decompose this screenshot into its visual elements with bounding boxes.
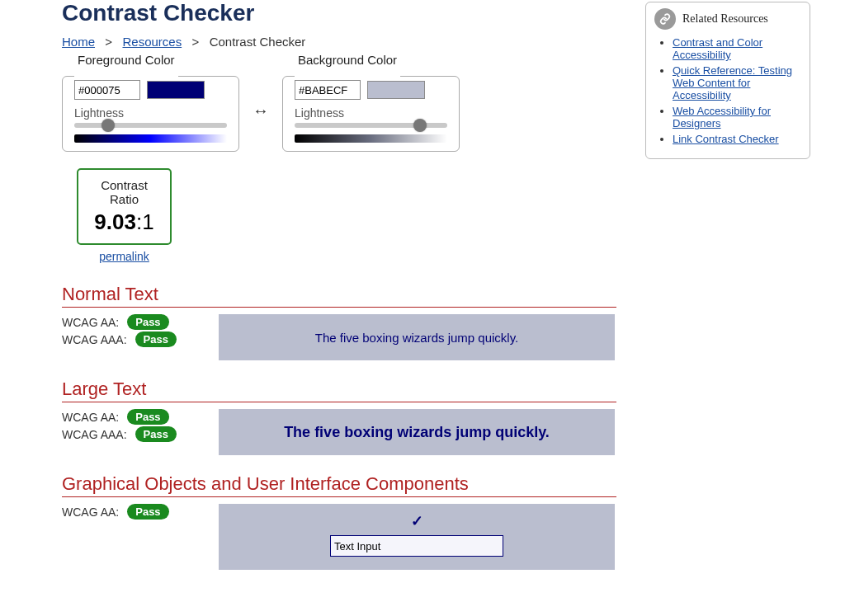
contrast-ratio-box: Contrast Ratio 9.03:1 — [77, 168, 172, 245]
large-aa-badge: Pass — [127, 409, 168, 425]
related-heading: Related Resources — [682, 12, 768, 26]
normal-text-section: Normal Text WCAG AA: Pass WCAG AAA: Pass… — [62, 284, 623, 360]
background-slider-thumb[interactable] — [413, 119, 427, 132]
background-lightness-label: Lightness — [295, 106, 447, 120]
checkmark-icon: ✓ — [411, 512, 423, 530]
large-text-section: Large Text WCAG AA: Pass WCAG AAA: Pass … — [62, 379, 623, 455]
foreground-lightness-label: Lightness — [74, 106, 227, 120]
ui-components-heading: Graphical Objects and User Interface Com… — [62, 473, 616, 497]
normal-aa-badge: Pass — [127, 314, 168, 330]
related-link[interactable]: Contrast and Color Accessibility — [673, 36, 762, 61]
background-gradient-bar — [295, 134, 447, 143]
large-aaa-label: WCAG AAA: — [62, 428, 127, 441]
related-list: Contrast and Color Accessibility Quick R… — [654, 36, 801, 145]
foreground-lightness-slider[interactable] — [74, 123, 227, 128]
foreground-hex-input[interactable] — [74, 80, 140, 100]
related-link[interactable]: Web Accessibility for Designers — [673, 105, 771, 129]
ui-aa-badge: Pass — [127, 504, 168, 520]
contrast-ratio-label: Contrast Ratio — [90, 178, 158, 206]
normal-text-heading: Normal Text — [62, 284, 616, 308]
background-color-box: Background Color Lightness — [282, 69, 460, 152]
related-link[interactable]: Link Contrast Checker — [673, 133, 779, 145]
foreground-swatch[interactable] — [147, 81, 205, 99]
link-icon — [654, 8, 676, 30]
normal-aaa-badge: Pass — [135, 332, 177, 347]
normal-aaa-label: WCAG AAA: — [62, 333, 127, 346]
breadcrumb-resources[interactable]: Resources — [122, 35, 182, 49]
sample-text-input[interactable] — [330, 535, 503, 557]
breadcrumb-home[interactable]: Home — [62, 35, 95, 49]
background-legend: Background Color — [295, 53, 400, 67]
large-aaa-badge: Pass — [135, 426, 177, 442]
ratio-number: 9.03 — [94, 209, 136, 234]
large-aa-label: WCAG AA: — [62, 411, 119, 424]
ui-components-section: Graphical Objects and User Interface Com… — [62, 473, 623, 570]
related-resources-box: Related Resources Contrast and Color Acc… — [645, 2, 810, 159]
background-hex-input[interactable] — [295, 80, 361, 100]
foreground-slider-thumb[interactable] — [101, 119, 115, 132]
large-text-heading: Large Text — [62, 379, 616, 402]
background-lightness-slider[interactable] — [295, 123, 447, 128]
breadcrumb-sep: > — [101, 35, 116, 49]
breadcrumb: Home > Resources > Contrast Checker — [62, 35, 623, 49]
background-swatch[interactable] — [367, 81, 425, 99]
swap-icon[interactable]: ↔ — [248, 101, 274, 120]
contrast-ratio-value: 9.03:1 — [90, 209, 158, 235]
foreground-color-box: Foreground Color Lightness — [62, 69, 239, 152]
ui-aa-label: WCAG AA: — [62, 505, 119, 519]
related-link[interactable]: Quick Reference: Testing Web Content for… — [673, 64, 792, 101]
large-text-sample[interactable]: The five boxing wizards jump quickly. — [219, 409, 615, 455]
normal-aa-label: WCAG AA: — [62, 316, 119, 329]
foreground-legend: Foreground Color — [74, 53, 178, 67]
permalink[interactable]: permalink — [99, 250, 149, 263]
normal-text-sample[interactable]: The five boxing wizards jump quickly. — [219, 314, 615, 360]
breadcrumb-current: Contrast Checker — [210, 35, 306, 49]
ratio-suffix: :1 — [136, 209, 154, 234]
foreground-gradient-bar — [74, 134, 227, 143]
page-title: Contrast Checker — [62, 0, 623, 26]
ui-sample: ✓ — [219, 504, 615, 570]
breadcrumb-sep: > — [188, 35, 202, 49]
